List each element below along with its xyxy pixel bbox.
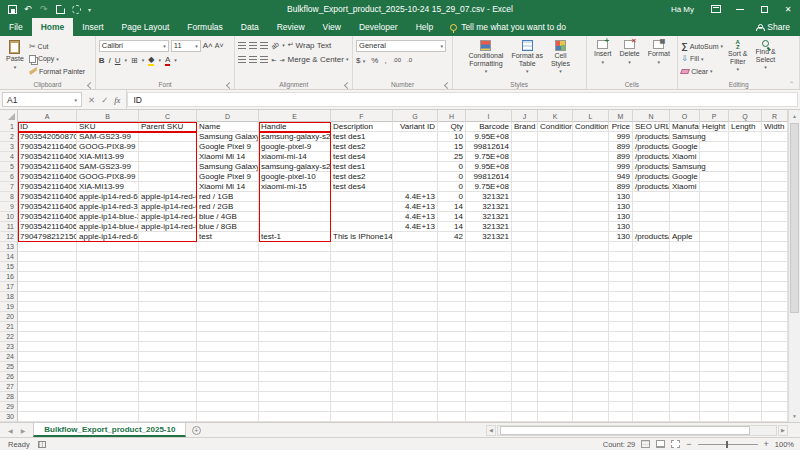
cell-J17[interactable] xyxy=(512,282,538,292)
cell-O19[interactable] xyxy=(670,302,700,312)
clear-button[interactable]: Clear▾ xyxy=(681,66,723,76)
cell-R28[interactable] xyxy=(762,392,788,402)
cell-M12[interactable]: 130 xyxy=(609,232,633,242)
cell-C14[interactable] xyxy=(139,252,197,262)
cell-F27[interactable] xyxy=(331,382,393,392)
cell-R18[interactable] xyxy=(762,292,788,302)
cell-J27[interactable] xyxy=(512,382,538,392)
cell-H12[interactable]: 42 xyxy=(438,232,466,242)
cell-O21[interactable] xyxy=(670,322,700,332)
decrease-indent-icon[interactable]: ⇤ xyxy=(271,56,276,63)
cell-H21[interactable] xyxy=(438,322,466,332)
underline-button[interactable]: U xyxy=(115,56,121,65)
cell-C4[interactable] xyxy=(139,152,197,162)
cell-B12[interactable]: apple-ip14-red-64 xyxy=(77,232,139,242)
cell-D13[interactable] xyxy=(197,242,259,252)
cell-I8[interactable]: 321321 xyxy=(466,192,512,202)
row-header-30[interactable]: 30 xyxy=(0,412,18,422)
cell-M13[interactable] xyxy=(609,242,633,252)
cell-B14[interactable] xyxy=(77,252,139,262)
cell-A19[interactable] xyxy=(18,302,77,312)
wrap-text-button[interactable]: ↵Wrap Text xyxy=(288,40,332,50)
cell-E23[interactable] xyxy=(259,342,331,352)
cell-N17[interactable] xyxy=(633,282,670,292)
cell-H3[interactable]: 15 xyxy=(438,142,466,152)
cell-R8[interactable] xyxy=(762,192,788,202)
cell-F16[interactable] xyxy=(331,272,393,282)
minimize-button[interactable] xyxy=(728,0,752,18)
cell-J3[interactable] xyxy=(512,142,538,152)
cell-A14[interactable] xyxy=(18,252,77,262)
cell-K16[interactable] xyxy=(538,272,573,282)
cell-D14[interactable] xyxy=(197,252,259,262)
cell-K28[interactable] xyxy=(538,392,573,402)
tab-page-layout[interactable]: Page Layout xyxy=(113,18,179,36)
cell-J28[interactable] xyxy=(512,392,538,402)
cell-Q5[interactable] xyxy=(729,162,762,172)
cell-styles-button[interactable]: Cell Styles ▾ xyxy=(548,39,573,78)
cell-C26[interactable] xyxy=(139,372,197,382)
cell-K5[interactable] xyxy=(538,162,573,172)
cell-H25[interactable] xyxy=(438,362,466,372)
cell-P21[interactable] xyxy=(700,322,729,332)
cell-L16[interactable] xyxy=(573,272,609,282)
cell-J11[interactable] xyxy=(512,222,538,232)
cell-N8[interactable] xyxy=(633,192,670,202)
cell-Q4[interactable] xyxy=(729,152,762,162)
column-header-D[interactable]: D xyxy=(197,110,259,122)
row-header-6[interactable]: 6 xyxy=(0,172,18,182)
cell-F9[interactable] xyxy=(331,202,393,212)
cell-E26[interactable] xyxy=(259,372,331,382)
cell-O18[interactable] xyxy=(670,292,700,302)
cell-A17[interactable] xyxy=(18,282,77,292)
cell-E2[interactable]: samsung-galaxy-s24 xyxy=(259,132,331,142)
cell-L23[interactable] xyxy=(573,342,609,352)
cell-B3[interactable]: GOOG-PIX8-99 xyxy=(77,142,139,152)
cell-N15[interactable] xyxy=(633,262,670,272)
cell-N18[interactable] xyxy=(633,292,670,302)
row-header-17[interactable]: 17 xyxy=(0,282,18,292)
cell-E17[interactable] xyxy=(259,282,331,292)
cell-K21[interactable] xyxy=(538,322,573,332)
cell-M9[interactable]: 130 xyxy=(609,202,633,212)
cell-P22[interactable] xyxy=(700,332,729,342)
cell-C11[interactable]: apple-ip14-red-64 xyxy=(139,222,197,232)
row-header-4[interactable]: 4 xyxy=(0,152,18,162)
name-box[interactable]: A1 ▾ xyxy=(2,92,82,107)
cell-M11[interactable]: 130 xyxy=(609,222,633,232)
cell-D8[interactable]: red / 1GB xyxy=(197,192,259,202)
cell-L19[interactable] xyxy=(573,302,609,312)
cell-L2[interactable] xyxy=(573,132,609,142)
cell-K10[interactable] xyxy=(538,212,573,222)
cell-J13[interactable] xyxy=(512,242,538,252)
row-header-27[interactable]: 27 xyxy=(0,382,18,392)
cell-B26[interactable] xyxy=(77,372,139,382)
row-header-21[interactable]: 21 xyxy=(0,322,18,332)
cell-E1[interactable]: Handle xyxy=(259,122,331,132)
cell-L20[interactable] xyxy=(573,312,609,322)
cell-B25[interactable] xyxy=(77,362,139,372)
cell-K1[interactable]: Condition xyxy=(538,122,573,132)
cell-C25[interactable] xyxy=(139,362,197,372)
cell-E19[interactable] xyxy=(259,302,331,312)
cell-G19[interactable] xyxy=(393,302,438,312)
cell-F3[interactable]: test des2 xyxy=(331,142,393,152)
cell-B15[interactable] xyxy=(77,262,139,272)
cell-B18[interactable] xyxy=(77,292,139,302)
cell-N26[interactable] xyxy=(633,372,670,382)
font-size-select[interactable]: 11▾ xyxy=(171,40,201,52)
cell-M10[interactable]: 130 xyxy=(609,212,633,222)
decrease-decimal-button[interactable]: .0 xyxy=(407,57,412,63)
cell-G23[interactable] xyxy=(393,342,438,352)
scroll-down-icon[interactable]: ▼ xyxy=(789,410,800,422)
cell-P27[interactable] xyxy=(700,382,729,392)
cell-D9[interactable]: red / 2GB xyxy=(197,202,259,212)
cell-H7[interactable]: 0 xyxy=(438,182,466,192)
cell-L22[interactable] xyxy=(573,332,609,342)
cell-G16[interactable] xyxy=(393,272,438,282)
cell-P30[interactable] xyxy=(700,412,729,422)
cell-O13[interactable] xyxy=(670,242,700,252)
cell-H17[interactable] xyxy=(438,282,466,292)
cell-O22[interactable] xyxy=(670,332,700,342)
cell-Q23[interactable] xyxy=(729,342,762,352)
